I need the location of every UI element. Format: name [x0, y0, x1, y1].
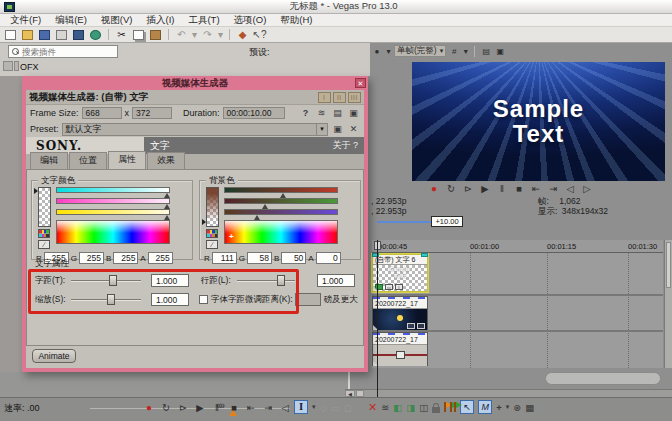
tool-icon[interactable]: ◻ [344, 402, 352, 413]
alpha-marker[interactable] [202, 219, 206, 225]
redo-icon[interactable]: ↷ [200, 28, 215, 41]
play-button[interactable]: ▶ [479, 183, 490, 194]
tab-properties[interactable]: 属性 [108, 151, 146, 169]
duration-field[interactable]: 00:00:10.00 [223, 107, 285, 119]
timeline-ruler[interactable]: 00:00:45 00:01:00 00:01:15 00:01:30 [372, 240, 663, 253]
color-spectrum[interactable]: + [224, 220, 338, 244]
cut-icon[interactable]: ✂ [114, 28, 129, 41]
grid-icon[interactable]: ▦ [525, 402, 534, 413]
tab-position[interactable]: 位置 [69, 152, 107, 169]
event-fx-icon[interactable] [417, 323, 425, 329]
playhead-line[interactable] [377, 240, 378, 397]
audio-event-clip[interactable]: 20200722_17 [372, 332, 428, 366]
r-field[interactable]: 111 [212, 252, 237, 264]
background-color-swatch[interactable] [206, 187, 219, 227]
menu-file[interactable]: 文件(F) [3, 14, 48, 27]
ripple-edit-icon[interactable]: ≋ [381, 402, 389, 413]
text-color-swatch[interactable] [38, 187, 51, 227]
new-project-icon[interactable] [3, 28, 18, 41]
green-slider[interactable] [56, 198, 170, 206]
eyedropper-icon[interactable]: ∕ [38, 240, 50, 249]
leading-field[interactable]: 1.000 [317, 274, 355, 287]
menu-help[interactable]: 帮助(H) [273, 14, 319, 27]
marker-flag-icon[interactable] [444, 402, 446, 412]
b-field[interactable]: 255 [113, 252, 138, 264]
go-to-end-button[interactable]: ⇥ [547, 183, 558, 194]
menu-options[interactable]: 选项(O) [227, 14, 274, 27]
palette-icon[interactable] [206, 229, 218, 238]
play-button[interactable]: ▶ [194, 402, 205, 413]
open-in-trimmer-icon[interactable] [71, 28, 86, 41]
go-to-start-button[interactable]: ⇤ [530, 183, 541, 194]
save-snapshot-icon[interactable]: ▣ [494, 45, 506, 57]
frame-height-field[interactable]: 372 [132, 107, 172, 119]
blue-slider[interactable] [56, 209, 170, 217]
region-flag-icon[interactable] [454, 402, 456, 412]
dock-window-icon[interactable]: ▣ [347, 107, 360, 119]
header-button-1[interactable]: | [318, 92, 331, 103]
color-spectrum[interactable] [56, 220, 170, 244]
edit-tool-icon[interactable]: ◆ [235, 28, 250, 41]
record-button[interactable]: ● [143, 402, 154, 413]
spectrum-crosshair[interactable]: + [229, 233, 234, 241]
gain-handle[interactable] [396, 351, 405, 359]
preset-dropdown[interactable]: 默认文字 ▾ [62, 123, 328, 136]
red-slider[interactable] [56, 187, 170, 195]
lock-icon[interactable] [432, 407, 440, 413]
copy-snapshot-icon[interactable]: ▤ [480, 45, 492, 57]
g-field[interactable]: 58 [247, 252, 272, 264]
open-project-icon[interactable] [20, 28, 35, 41]
split-icon[interactable]: ◫ [419, 402, 428, 413]
frame-width-field[interactable]: 668 [82, 107, 122, 119]
pan-crop-icon[interactable] [407, 323, 415, 329]
pan-crop-icon[interactable]: ▭ [385, 284, 393, 290]
palette-icon[interactable] [38, 229, 50, 238]
expand-dropdown-icon[interactable]: ▾ [506, 403, 510, 411]
undo-dropdown-icon[interactable]: ▾ [191, 28, 198, 41]
tab-edit[interactable]: 编辑 [30, 152, 68, 169]
header-button-3[interactable]: ||| [348, 92, 361, 103]
clip-handle[interactable] [421, 253, 428, 257]
tool-icon[interactable]: ▭ [331, 402, 340, 413]
region-flag-icon[interactable] [450, 402, 452, 412]
animate-button[interactable]: Animate [32, 349, 76, 363]
a-field[interactable]: 255 [148, 252, 173, 264]
tab-effects[interactable]: 效果 [147, 152, 185, 169]
envelope-tool-icon[interactable]: M [478, 400, 492, 414]
scrollbar-thumb[interactable] [356, 390, 364, 397]
menu-view[interactable]: 视图(V) [94, 14, 140, 27]
video-output-icon[interactable]: ● [371, 45, 383, 57]
g-field[interactable]: 255 [79, 252, 104, 264]
blue-slider[interactable] [224, 209, 338, 217]
tree-item-ofx[interactable]: OFX [20, 62, 39, 72]
red-slider[interactable] [224, 187, 338, 195]
help-icon[interactable]: ? [299, 107, 312, 119]
timeline-vertical-scrollbar[interactable] [664, 240, 672, 368]
import-media-icon[interactable] [88, 28, 103, 41]
pause-button[interactable]: ‖ [211, 402, 222, 413]
save-project-icon[interactable] [37, 28, 52, 41]
tree-collapse-icon[interactable] [3, 61, 13, 71]
undo-icon[interactable]: ↶ [174, 28, 189, 41]
float-window-icon[interactable]: ▤ [331, 107, 344, 119]
video-event-clip[interactable]: 20200722_17 [372, 296, 428, 330]
redo-dropdown-icon[interactable]: ▾ [217, 28, 224, 41]
eyedropper-icon[interactable]: ∕ [206, 240, 218, 249]
play-from-start-button[interactable]: ⊳ [177, 402, 188, 413]
search-box[interactable] [8, 45, 118, 58]
go-to-start-button[interactable]: ⇤ [245, 402, 256, 413]
delete-icon[interactable]: ✕ [368, 401, 377, 414]
next-frame-button[interactable]: ▷ [581, 183, 592, 194]
dialog-title-bar[interactable]: 视频媒体生成器 ✕ [22, 76, 368, 90]
trim-start-icon[interactable]: ◧ [393, 402, 402, 413]
overlay-grid-icon[interactable]: # [448, 45, 460, 57]
green-slider[interactable] [224, 198, 338, 206]
menu-edit[interactable]: 编辑(E) [48, 14, 94, 27]
menu-tools[interactable]: 工具(T) [181, 14, 226, 27]
b-field[interactable]: 50 [281, 252, 306, 264]
scrollbar-thumb[interactable] [666, 242, 671, 288]
paste-icon[interactable] [148, 28, 163, 41]
copy-icon[interactable] [131, 28, 146, 41]
text-event-clip[interactable]: (自带) 文字 6 Sample Text ▭ ≡ [372, 254, 428, 292]
preview-quality-dropdown[interactable]: 单帧(完整) ▾ [394, 45, 446, 57]
